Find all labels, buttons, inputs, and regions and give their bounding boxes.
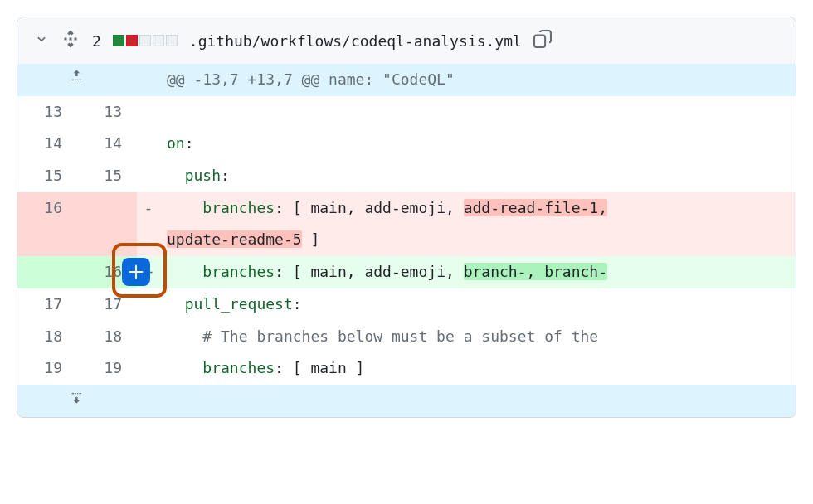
diff-added-box (113, 35, 124, 46)
unfold-icon (61, 29, 80, 49)
plus-icon (128, 264, 144, 280)
old-line-number[interactable]: 18 (17, 321, 77, 353)
changed-file-count: 2 (92, 32, 101, 50)
new-line-number[interactable]: 16 (77, 256, 137, 288)
new-line-number[interactable]: 17 (77, 288, 137, 321)
diff-table: @@ -13,7 +13,7 @@ name: "CodeQL" 13 13 1… (17, 64, 796, 417)
code-content: branches: [ main, add-emoji, branch-, br… (160, 256, 796, 288)
diff-neutral-box (153, 35, 164, 46)
deletion-sign: - (137, 192, 160, 225)
code-content (160, 96, 796, 128)
new-line-number[interactable]: 15 (77, 160, 137, 192)
new-line-number[interactable]: 18 (77, 321, 137, 353)
new-line-number[interactable]: 13 (77, 96, 137, 128)
code-content: pull_request: (160, 288, 796, 321)
old-line-number[interactable]: 14 (17, 128, 77, 160)
diff-neutral-box (139, 35, 151, 46)
expand-down-icon (69, 389, 85, 405)
code-content: branches: [ main, add-emoji, add-read-fi… (160, 192, 796, 225)
file-path[interactable]: .github/workflows/codeql-analysis.yml (189, 32, 522, 50)
diff-file-container: 2 .github/workflows/codeql-analysis.yml … (17, 17, 796, 418)
diff-neutral-box (166, 35, 178, 46)
new-line-number[interactable]: 19 (77, 352, 137, 385)
code-content: push: (160, 160, 796, 192)
diff-line-addition[interactable]: 16 + branches: [ main, add-emoji, branch… (17, 256, 796, 288)
old-line-number[interactable]: 13 (17, 96, 77, 128)
code-content: branches: [ main ] (160, 352, 796, 385)
copy-path-button[interactable] (533, 30, 552, 51)
hunk-header-row: @@ -13,7 +13,7 @@ name: "CodeQL" (17, 64, 796, 96)
diff-line[interactable]: 13 13 (17, 96, 796, 128)
file-header: 2 .github/workflows/codeql-analysis.yml (17, 17, 796, 64)
diff-stat-squares (113, 35, 178, 46)
expand-up-button[interactable] (17, 64, 137, 96)
code-content: on: (160, 128, 796, 160)
hunk-header-text: @@ -13,7 +13,7 @@ name: "CodeQL" (160, 64, 796, 96)
old-line-number[interactable]: 15 (17, 160, 77, 192)
chevron-down-icon (34, 32, 49, 46)
add-comment-button[interactable] (122, 258, 150, 286)
expand-down-button[interactable] (17, 385, 137, 417)
expand-up-icon (69, 68, 85, 85)
move-handle[interactable] (61, 29, 80, 52)
diff-line[interactable]: 19 19 branches: [ main ] (17, 352, 796, 385)
diff-line[interactable]: 17 17 pull_request: (17, 288, 796, 321)
old-line-number[interactable]: 17 (17, 288, 77, 321)
hunk-footer-row (17, 385, 796, 417)
collapse-toggle[interactable] (34, 32, 49, 50)
diff-deleted-box (126, 35, 138, 46)
diff-line[interactable]: 18 18 # The branches below must be a sub… (17, 321, 796, 353)
new-line-number[interactable]: 14 (77, 128, 137, 160)
diff-line[interactable]: 14 14 on: (17, 128, 796, 160)
code-content: update-readme-5 ] (160, 224, 796, 256)
old-line-number[interactable]: 19 (17, 352, 77, 385)
diff-line[interactable]: 15 15 push: (17, 160, 796, 192)
code-content: # The branches below must be a subset of… (160, 321, 796, 353)
old-line-number[interactable]: 16 (17, 192, 77, 225)
diff-line-deletion-wrap[interactable]: update-readme-5 ] (17, 224, 796, 256)
diff-line-deletion[interactable]: 16 - branches: [ main, add-emoji, add-re… (17, 192, 796, 225)
copy-icon (533, 30, 552, 48)
